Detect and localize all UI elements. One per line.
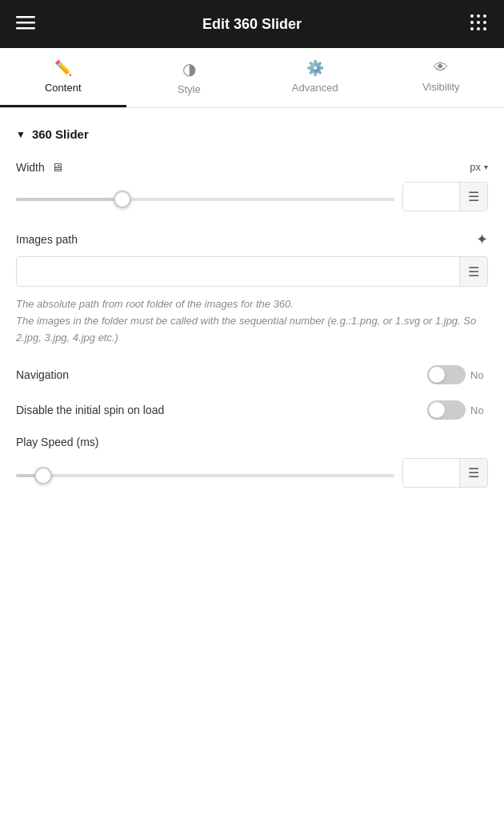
path-input[interactable]: /wp-content/plugins/dynamic-content-for-… [17, 257, 459, 286]
disable-spin-toggle-switch: No [427, 400, 488, 420]
tab-advanced[interactable]: ⚙️ Advanced [252, 48, 378, 107]
path-hint: The absolute path from root folder of th… [16, 296, 488, 346]
navigation-toggle-text: No [470, 369, 488, 381]
navigation-label: Navigation [16, 368, 69, 381]
svg-rect-2 [16, 27, 35, 30]
tab-style[interactable]: ◑ Style [126, 48, 253, 107]
disable-spin-toggle-text: No [470, 404, 488, 416]
svg-point-7 [477, 21, 480, 24]
advanced-icon: ⚙️ [306, 59, 324, 77]
tab-bar: ✏️ Content ◑ Style ⚙️ Advanced 👁 Visibil… [0, 48, 504, 108]
visibility-icon: 👁 [434, 59, 448, 76]
play-speed-input[interactable]: 100 [403, 459, 459, 487]
navigation-toggle-row: Navigation No [16, 365, 488, 384]
width-field-group: Width 🖥 px ▾ 400 ☰ [16, 160, 488, 211]
play-speed-input-group: 100 ☰ [402, 458, 488, 488]
svg-point-4 [477, 14, 480, 18]
collapse-arrow[interactable]: ▼ [16, 129, 26, 140]
page-title: Edit 360 Slider [202, 16, 302, 33]
width-label-row: Width 🖥 px ▾ [16, 160, 488, 174]
disable-spin-toggle-row: Disable the initial spin on load No [16, 400, 488, 420]
tab-visibility[interactable]: 👁 Visibility [378, 48, 505, 107]
tab-content[interactable]: ✏️ Content [0, 48, 126, 107]
menu-icon[interactable] [16, 13, 35, 35]
play-speed-slider-row: 100 ☰ [16, 458, 488, 488]
svg-point-5 [483, 14, 486, 18]
sparkle-icon[interactable]: ✦ [476, 231, 488, 248]
width-slider-container [16, 190, 394, 204]
svg-point-8 [483, 21, 486, 24]
svg-point-6 [470, 21, 474, 24]
main-content: ▼ 360 Slider Width 🖥 px ▾ 400 ☰ [0, 108, 504, 526]
disable-spin-label: Disable the initial spin on load [16, 404, 164, 416]
width-input-group: 400 ☰ [402, 182, 488, 211]
content-icon: ✏️ [54, 59, 72, 77]
section-title: ▼ 360 Slider [16, 127, 488, 141]
path-unit-button[interactable]: ☰ [459, 257, 487, 286]
disable-spin-toggle[interactable] [427, 400, 466, 420]
navigation-toggle-switch: No [427, 365, 488, 384]
width-input[interactable]: 400 [403, 183, 459, 211]
monitor-icon: 🖥 [51, 160, 63, 174]
play-speed-field-group: Play Speed (ms) 100 ☰ [16, 436, 488, 488]
play-speed-stack-icon: ☰ [468, 465, 479, 480]
svg-point-11 [483, 27, 486, 30]
svg-point-10 [477, 27, 480, 30]
play-speed-label: Play Speed (ms) [16, 436, 488, 448]
play-speed-slider-container [16, 466, 394, 480]
svg-rect-0 [16, 16, 35, 18]
width-slider[interactable] [16, 198, 394, 201]
navigation-toggle[interactable] [427, 365, 466, 384]
play-speed-unit-button[interactable]: ☰ [459, 459, 487, 487]
play-speed-slider[interactable] [16, 474, 394, 477]
unit-selector[interactable]: px ▾ [470, 161, 488, 173]
app-header: Edit 360 Slider [0, 0, 504, 48]
path-stack-icon: ☰ [468, 264, 479, 279]
stack-icon: ☰ [468, 189, 479, 204]
style-icon: ◑ [182, 59, 196, 78]
images-path-label: Images path [16, 233, 78, 246]
grid-icon[interactable] [469, 13, 488, 35]
width-unit-button[interactable]: ☰ [459, 183, 487, 211]
path-input-group: /wp-content/plugins/dynamic-content-for-… [16, 256, 488, 287]
images-path-label-row: Images path ✦ [16, 231, 488, 248]
width-slider-row: 400 ☰ [16, 182, 488, 211]
svg-point-9 [470, 27, 474, 30]
svg-point-3 [470, 14, 474, 18]
images-path-field-group: Images path ✦ /wp-content/plugins/dynami… [16, 231, 488, 346]
svg-rect-1 [16, 22, 35, 24]
